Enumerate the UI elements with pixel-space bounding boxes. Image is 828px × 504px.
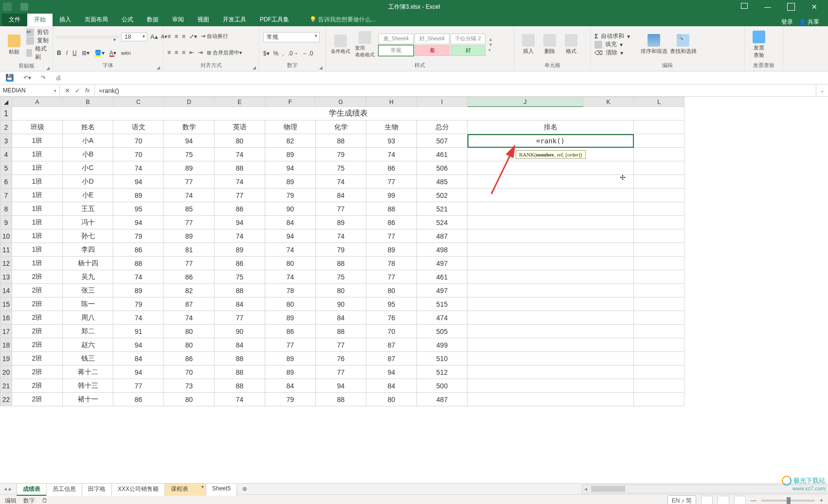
cell[interactable] <box>634 216 684 229</box>
delete-cells-button[interactable]: 删除 <box>540 28 560 61</box>
cell[interactable]: 77 <box>164 257 215 270</box>
cell[interactable]: 90 <box>265 202 316 216</box>
cell[interactable]: 75 <box>215 270 265 284</box>
fill-color-button[interactable]: 🪣▾ <box>94 50 105 56</box>
cell[interactable]: 81 <box>164 243 215 257</box>
cell[interactable]: 87 <box>366 352 417 365</box>
col-header-L[interactable]: L <box>634 97 684 107</box>
cell[interactable] <box>634 229 684 243</box>
cell[interactable]: 86 <box>164 270 215 284</box>
cell[interactable]: 84 <box>113 352 164 365</box>
number-dialog-launcher[interactable]: ◢ <box>319 65 323 70</box>
cell[interactable]: 75 <box>316 161 366 175</box>
cell[interactable]: 77 <box>316 338 366 352</box>
cell[interactable] <box>634 134 684 148</box>
paste-button[interactable]: 粘贴 <box>4 28 24 61</box>
style-good[interactable]: 好 <box>450 45 486 56</box>
cell[interactable]: 2班 <box>12 379 63 393</box>
cell[interactable]: 86 <box>164 352 215 365</box>
sheet-title-cell[interactable]: 学生成绩表 <box>12 107 684 121</box>
close-button[interactable]: ✕ <box>804 0 825 14</box>
row-header[interactable]: 16 <box>0 311 12 325</box>
wrap-text-button[interactable]: ⇥ 自动换行 <box>201 33 228 40</box>
cell[interactable]: 80 <box>366 284 417 297</box>
worksheet-area[interactable]: ◢ A B C D E F G H I J K L 1学生成绩表2班级姓名语文数… <box>0 97 828 483</box>
cell[interactable]: 86 <box>215 257 265 270</box>
cell[interactable]: 91 <box>113 325 164 338</box>
cell[interactable]: 487 <box>417 229 468 243</box>
cell[interactable] <box>634 325 684 338</box>
cell[interactable]: 80 <box>316 284 366 297</box>
cell[interactable]: 521 <box>417 202 468 216</box>
cell[interactable]: 94 <box>113 216 164 229</box>
align-left-icon[interactable]: ≡ <box>167 49 171 56</box>
row-header[interactable]: 20 <box>0 365 12 379</box>
cell[interactable]: 1班 <box>12 175 63 189</box>
cell[interactable]: 70 <box>366 325 417 338</box>
cell[interactable] <box>634 338 684 352</box>
cell[interactable] <box>634 311 684 325</box>
style-thousands[interactable]: 千位分隔 2 <box>450 34 486 44</box>
cell[interactable]: 王五 <box>63 202 113 216</box>
cell[interactable]: 487 <box>417 393 468 406</box>
maximize-button[interactable] <box>780 0 802 14</box>
formula-input[interactable]: =rank() <box>95 85 816 96</box>
cell[interactable] <box>468 189 634 202</box>
scroll-left-icon[interactable]: ◂ <box>582 486 589 492</box>
share-button[interactable]: 👤 共享 <box>799 18 819 26</box>
cell[interactable]: 74 <box>316 175 366 189</box>
cell[interactable]: 80 <box>366 393 417 406</box>
cell[interactable]: 吴九 <box>63 270 113 284</box>
cut-button[interactable]: ✂剪切 <box>26 28 49 36</box>
undo-button[interactable]: ↶▾ <box>23 74 31 81</box>
cell[interactable]: 74 <box>265 270 316 284</box>
sort-filter-button[interactable]: 排序和筛选 <box>640 34 667 55</box>
cell[interactable]: 77 <box>366 229 417 243</box>
cell[interactable]: 86 <box>215 202 265 216</box>
col-header-E[interactable]: E <box>215 97 265 107</box>
cell[interactable]: 89 <box>316 216 366 229</box>
row-header[interactable]: 4 <box>0 148 12 161</box>
col-header-H[interactable]: H <box>366 97 417 107</box>
cell[interactable]: 1班 <box>12 189 63 202</box>
cell[interactable]: 89 <box>215 243 265 257</box>
cell[interactable]: 2班 <box>12 325 63 338</box>
cell[interactable]: 74 <box>215 175 265 189</box>
style-good-sheet4[interactable]: 好_Sheet4 <box>414 34 450 44</box>
insert-cells-button[interactable]: 插入 <box>518 28 539 61</box>
cell[interactable]: 89 <box>366 243 417 257</box>
tab-view[interactable]: 视图 <box>191 13 216 26</box>
zoom-in-button[interactable]: + <box>820 497 823 504</box>
conditional-format-button[interactable]: 条件格式 <box>330 35 351 55</box>
font-dialog-launcher[interactable]: ◢ <box>157 65 160 70</box>
cell[interactable]: 周八 <box>63 311 113 325</box>
cell[interactable]: 79 <box>265 393 316 406</box>
cell[interactable] <box>468 284 634 297</box>
cell[interactable]: 1班 <box>12 148 63 161</box>
cell[interactable] <box>468 393 634 406</box>
decrease-indent-icon[interactable]: ⇤ <box>189 49 194 56</box>
col-header-A[interactable]: A <box>12 97 63 107</box>
row-header[interactable]: 22 <box>0 393 12 406</box>
increase-decimal-button[interactable]: .0→ <box>288 50 299 57</box>
sheet-nav-prev[interactable]: ▸ <box>9 486 12 492</box>
cell[interactable]: 461 <box>417 270 468 284</box>
italic-button[interactable]: I <box>66 50 68 56</box>
cell[interactable]: 郑二 <box>63 325 113 338</box>
row-header[interactable]: 1 <box>0 107 12 121</box>
row-header[interactable]: 5 <box>0 161 12 175</box>
cell[interactable]: 86 <box>366 161 417 175</box>
table-header-cell[interactable]: 英语 <box>215 121 265 134</box>
increase-indent-icon[interactable]: ⇥ <box>198 49 203 56</box>
cell[interactable] <box>634 121 684 134</box>
expand-formula-bar[interactable]: ⌄ <box>816 85 828 96</box>
ime-indicator[interactable]: EN ♪ 简 <box>667 495 696 504</box>
cell[interactable]: 2班 <box>12 284 63 297</box>
cell[interactable]: 88 <box>316 325 366 338</box>
cell[interactable]: 80 <box>164 338 215 352</box>
cell[interactable]: 84 <box>215 297 265 311</box>
cell[interactable]: 474 <box>417 311 468 325</box>
cell[interactable] <box>634 161 684 175</box>
cell[interactable]: 84 <box>366 379 417 393</box>
cell[interactable] <box>634 297 684 311</box>
